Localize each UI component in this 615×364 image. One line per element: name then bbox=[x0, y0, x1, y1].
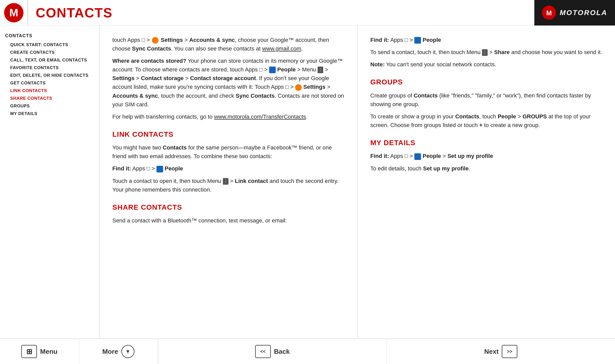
back-button[interactable]: Back bbox=[158, 339, 387, 364]
more-label: More bbox=[102, 348, 118, 356]
brand-header: M MOTOROLA bbox=[534, 0, 615, 26]
motorola-logo: M bbox=[0, 0, 28, 26]
sidebar-item-quick-start[interactable]: QUICK START: CONTACTS bbox=[5, 41, 94, 49]
page-title: CONTACTS bbox=[36, 5, 113, 20]
more-button[interactable]: More bbox=[79, 339, 158, 364]
intro-paragraph: touch Apps □ > Settings > Accounts & syn… bbox=[112, 36, 344, 53]
menu-icon-2: ⋮ bbox=[223, 178, 228, 185]
share-note-paragraph: Note: You can't send your social network… bbox=[370, 60, 602, 69]
menu-icon bbox=[21, 345, 37, 358]
page-header: M CONTACTS M MOTOROLA bbox=[0, 0, 615, 26]
content-right: Find it: Apps □ > People To send a conta… bbox=[358, 26, 615, 338]
main-layout: CONTACTS QUICK START: CONTACTS CREATE CO… bbox=[0, 26, 615, 338]
menu-icon-1: ⋮ bbox=[318, 67, 323, 73]
motorola-brand: M MOTOROLA bbox=[542, 6, 607, 20]
link-intro-paragraph: You might have two Contacts for the same… bbox=[112, 143, 344, 161]
bottom-navigation: Menu More Back Next bbox=[0, 338, 615, 364]
brand-name: MOTOROLA bbox=[560, 9, 607, 17]
link-instruction-paragraph: Touch a contact to open it, then touch M… bbox=[112, 177, 344, 194]
settings-icon bbox=[152, 37, 159, 44]
sidebar-item-groups[interactable]: GROUPS bbox=[5, 102, 94, 110]
back-label: Back bbox=[274, 348, 290, 356]
sidebar-item-favorite[interactable]: FAVORITE CONTACTS bbox=[5, 64, 94, 72]
share-instruction-paragraph: To send a contact, touch it, then touch … bbox=[370, 48, 602, 57]
moto-badge-icon: M bbox=[542, 6, 556, 20]
next-button[interactable]: Next bbox=[387, 339, 615, 364]
svg-text:M: M bbox=[9, 7, 18, 19]
settings-icon-2 bbox=[295, 84, 302, 91]
share-find-it: Find it: Apps □ > People bbox=[370, 36, 602, 44]
svg-text:M: M bbox=[546, 9, 552, 17]
groups-heading: GROUPS bbox=[370, 77, 602, 87]
sidebar-item-my-details[interactable]: MY DETAILS bbox=[5, 110, 94, 118]
my-details-instruction-paragraph: To edit details, touch Set up my profile… bbox=[370, 164, 602, 173]
my-details-heading: MY DETAILS bbox=[370, 137, 602, 148]
content-left: touch Apps □ > Settings > Accounts & syn… bbox=[100, 26, 358, 338]
sidebar-section-title: CONTACTS bbox=[5, 33, 94, 39]
sidebar-item-edit-delete[interactable]: EDIT, DELETE, OR HIDE CONTACTS bbox=[5, 72, 94, 79]
menu-icon-3: ⋮ bbox=[482, 49, 488, 56]
next-label: Next bbox=[484, 348, 499, 356]
share-intro-paragraph: Send a contact with a Bluetooth™ connect… bbox=[112, 216, 344, 225]
people-icon-1 bbox=[269, 67, 276, 73]
groups-instruction-paragraph: To create or show a group in your Contac… bbox=[370, 112, 602, 130]
link-find-it: Find it: Apps □ > People bbox=[112, 164, 344, 173]
where-stored-heading: Where are contacts stored? bbox=[112, 58, 186, 64]
transfer-link[interactable]: www.motorola.com/TransferContacts bbox=[214, 114, 306, 120]
nav-left-section: Menu More bbox=[0, 339, 158, 364]
menu-label: Menu bbox=[40, 348, 57, 356]
share-contacts-heading: SHARE CONTACTS bbox=[112, 202, 344, 213]
menu-button[interactable]: Menu bbox=[0, 339, 79, 364]
sidebar-item-share[interactable]: SHARE CONTACTS bbox=[5, 95, 94, 102]
gmail-link[interactable]: www.gmail.com bbox=[262, 45, 301, 52]
sidebar-item-link[interactable]: LINK CONTACTS bbox=[5, 87, 94, 95]
groups-intro-paragraph: Create groups of Contacts (like "friends… bbox=[370, 91, 602, 109]
people-icon-3 bbox=[414, 37, 421, 44]
sidebar-item-get[interactable]: GET CONTACTS bbox=[5, 79, 94, 87]
back-arrow-icon bbox=[255, 345, 271, 358]
sidebar-item-call-text[interactable]: CALL, TEXT, OR EMAIL CONTACTS bbox=[5, 56, 94, 64]
content-area: touch Apps □ > Settings > Accounts & syn… bbox=[100, 26, 615, 338]
nav-right-section: Back Next bbox=[158, 339, 615, 364]
sidebar: CONTACTS QUICK START: CONTACTS CREATE CO… bbox=[0, 26, 100, 338]
my-details-find-it: Find it: Apps □ > People > Set up my pro… bbox=[370, 152, 602, 160]
next-arrow-icon bbox=[502, 345, 517, 358]
link-contacts-heading: LINK CONTACTS bbox=[112, 129, 344, 140]
people-icon-4 bbox=[414, 153, 421, 160]
people-icon-2 bbox=[156, 166, 163, 172]
transfer-paragraph: For help with transferring contacts, go … bbox=[112, 112, 344, 121]
more-icon bbox=[121, 345, 135, 358]
where-stored-paragraph: Where are contacts stored? Your phone ca… bbox=[112, 57, 344, 109]
sidebar-item-create[interactable]: CREATE CONTACTS bbox=[5, 49, 94, 56]
